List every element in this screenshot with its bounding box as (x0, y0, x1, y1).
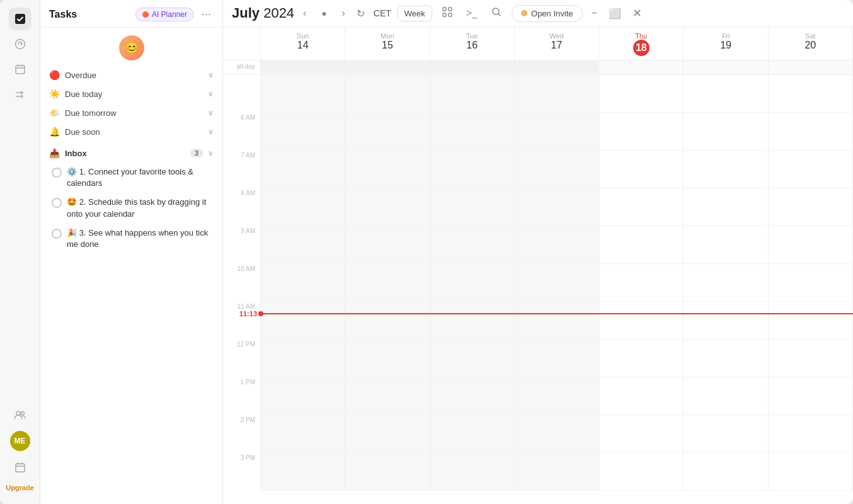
task-checkbox-2[interactable] (52, 198, 62, 208)
time-cell-12-day4[interactable] (599, 340, 684, 377)
section-due-today[interactable]: ☀️ Due today ∨ (40, 84, 222, 103)
time-cell-10-day5[interactable] (684, 264, 768, 302)
time-cell-8-day5[interactable] (684, 188, 768, 226)
time-cell-6-day3[interactable] (515, 113, 599, 151)
all-day-cell-tue[interactable] (430, 60, 515, 74)
time-cell-9-day1[interactable] (345, 226, 430, 264)
time-cell-7-day4[interactable] (599, 151, 684, 188)
time-cell-7-day3[interactable] (515, 151, 599, 188)
time-cell-5-day0[interactable] (261, 75, 345, 113)
time-cell-14-day3[interactable] (515, 415, 599, 453)
calendar-next-button[interactable]: › (339, 5, 347, 21)
time-cell-7-day6[interactable] (769, 151, 853, 188)
time-cell-12-day6[interactable] (769, 340, 853, 377)
time-cell-5-day3[interactable] (515, 75, 599, 113)
time-cell-11-day4[interactable] (599, 302, 684, 340)
time-cell-12-day1[interactable] (345, 340, 430, 377)
time-cell-11-day5[interactable] (684, 302, 768, 340)
time-cell-15-day1[interactable] (345, 453, 430, 491)
time-cell-5-day1[interactable] (345, 75, 430, 113)
time-cell-6-day5[interactable] (684, 113, 768, 151)
time-cell-5-day4[interactable] (599, 75, 684, 113)
time-cell-13-day4[interactable] (599, 377, 684, 415)
time-cell-14-day6[interactable] (769, 415, 853, 453)
time-cell-5-day5[interactable] (684, 75, 768, 113)
ai-planner-badge[interactable]: AI Planner (135, 8, 194, 21)
task-item-2[interactable]: 🤩 2. Schedule this task by dragging it o… (40, 193, 222, 223)
time-cell-13-day6[interactable] (769, 377, 853, 415)
time-cell-5-day2[interactable] (430, 75, 515, 113)
all-day-cell-wed[interactable] (515, 60, 599, 74)
tasks-more-button[interactable]: ··· (199, 6, 214, 22)
calendar-refresh-button[interactable]: ↻ (354, 5, 367, 22)
time-cell-13-day3[interactable] (515, 377, 599, 415)
time-cell-11-day6[interactable] (769, 302, 853, 340)
time-cell-11-day1[interactable] (345, 302, 430, 340)
time-cell-10-day6[interactable] (769, 264, 853, 302)
time-cell-14-day4[interactable] (599, 415, 684, 453)
all-day-cell-thu[interactable] (599, 60, 684, 74)
time-cell-12-day0[interactable] (261, 340, 345, 377)
search-icon-button[interactable] (488, 4, 505, 22)
task-checkbox-3[interactable] (52, 229, 62, 239)
time-cell-9-day5[interactable] (684, 226, 768, 264)
inbox-header[interactable]: 📥 Inbox 3 ∨ (40, 144, 222, 163)
sidebar-item-calendar-bottom[interactable] (9, 456, 31, 479)
time-cell-8-day1[interactable] (345, 188, 430, 226)
time-cell-10-day0[interactable] (261, 264, 345, 302)
all-day-cell-fri[interactable] (684, 60, 768, 74)
time-cell-7-day1[interactable] (345, 151, 430, 188)
time-cell-14-day2[interactable] (430, 415, 515, 453)
time-cell-8-day2[interactable] (430, 188, 515, 226)
time-cell-14-day5[interactable] (684, 415, 768, 453)
time-cell-8-day0[interactable] (261, 188, 345, 226)
time-cell-15-day3[interactable] (515, 453, 599, 491)
sidebar-item-shuffle[interactable] (9, 83, 31, 106)
time-cell-10-day3[interactable] (515, 264, 599, 302)
time-cell-9-day6[interactable] (769, 226, 853, 264)
time-cell-9-day3[interactable] (515, 226, 599, 264)
upgrade-label[interactable]: Upgrade (6, 484, 34, 491)
time-cell-6-day6[interactable] (769, 113, 853, 151)
time-cell-9-day2[interactable] (430, 226, 515, 264)
task-checkbox-1[interactable] (52, 168, 62, 178)
sidebar-item-calendar-small[interactable] (9, 58, 31, 81)
all-day-cell-sun[interactable] (261, 60, 345, 74)
time-cell-11-day2[interactable] (430, 302, 515, 340)
time-cell-9-day0[interactable] (261, 226, 345, 264)
time-cell-11-day3[interactable] (515, 302, 599, 340)
time-cell-13-day5[interactable] (684, 377, 768, 415)
time-cell-9-day4[interactable] (599, 226, 684, 264)
calendar-today-button[interactable]: ● (315, 4, 333, 22)
time-cell-8-day4[interactable] (599, 188, 684, 226)
time-cell-11-day0[interactable] (261, 302, 345, 340)
time-cell-10-day4[interactable] (599, 264, 684, 302)
time-cell-12-day5[interactable] (684, 340, 768, 377)
time-cell-7-day5[interactable] (684, 151, 768, 188)
time-cell-13-day1[interactable] (345, 377, 430, 415)
window-close-button[interactable]: ✕ (630, 4, 644, 23)
time-cell-15-day4[interactable] (599, 453, 684, 491)
task-item-3[interactable]: 🎉 3. See what happens when you tick me d… (40, 224, 222, 254)
time-cell-15-day2[interactable] (430, 453, 515, 491)
time-cell-12-day3[interactable] (515, 340, 599, 377)
sidebar-item-sync[interactable] (9, 33, 31, 55)
all-day-cell-sat[interactable] (769, 60, 853, 74)
window-maximize-button[interactable]: ⬜ (606, 5, 624, 22)
all-day-cell-mon[interactable] (345, 60, 430, 74)
time-cell-10-day2[interactable] (430, 264, 515, 302)
time-cell-13-day2[interactable] (430, 377, 515, 415)
task-item-1[interactable]: ⚙️ 1. Connect your favorite tools & cale… (40, 163, 222, 193)
time-cell-14-day0[interactable] (261, 415, 345, 453)
time-cell-8-day6[interactable] (769, 188, 853, 226)
time-cell-6-day2[interactable] (430, 113, 515, 151)
time-cell-6-day1[interactable] (345, 113, 430, 151)
calendar-prev-button[interactable]: ‹ (301, 5, 309, 21)
time-cell-13-day0[interactable] (261, 377, 345, 415)
time-cell-7-day2[interactable] (430, 151, 515, 188)
time-cell-10-day1[interactable] (345, 264, 430, 302)
section-due-soon[interactable]: 🔔 Due soon ∨ (40, 122, 222, 141)
section-due-tomorrow[interactable]: 🌤️ Due tomorrow ∨ (40, 103, 222, 122)
time-cell-6-day0[interactable] (261, 113, 345, 151)
section-overdue[interactable]: 🔴 Overdue ∨ (40, 66, 222, 84)
